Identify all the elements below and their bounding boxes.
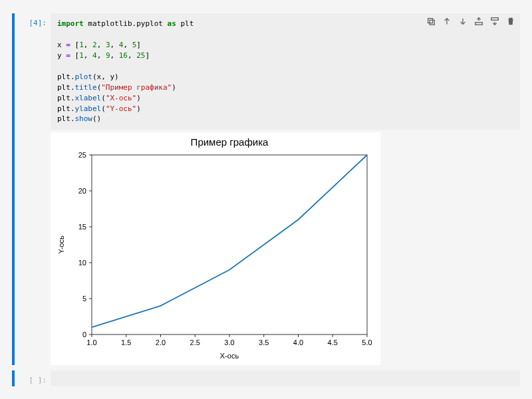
- svg-text:10: 10: [78, 259, 86, 267]
- move-down-icon[interactable]: [458, 16, 468, 27]
- output-area: 1.01.52.02.53.03.54.04.55.00510152025X-о…: [19, 132, 520, 365]
- svg-text:2.0: 2.0: [156, 338, 166, 346]
- svg-text:2.5: 2.5: [190, 338, 200, 346]
- code-cell-empty: [ ]:: [12, 370, 520, 386]
- svg-text:4.5: 4.5: [328, 338, 338, 346]
- svg-text:0: 0: [82, 331, 86, 338]
- svg-text:25: 25: [78, 151, 86, 159]
- cell-content: [ ]:: [19, 370, 520, 386]
- svg-text:X-ось: X-ось: [220, 352, 239, 360]
- svg-text:Пример графика: Пример графика: [191, 136, 269, 148]
- input-wrap: [ ]:: [19, 370, 520, 386]
- svg-text:4.0: 4.0: [293, 338, 303, 346]
- execution-prompt: [ ]:: [19, 370, 51, 386]
- svg-text:Y-ось: Y-ось: [57, 235, 65, 254]
- delete-icon[interactable]: [505, 16, 516, 27]
- svg-rect-1: [430, 20, 434, 25]
- chart-output: 1.01.52.02.53.03.54.04.55.00510152025X-о…: [51, 132, 380, 365]
- output-prompt: [19, 132, 51, 365]
- svg-text:3.0: 3.0: [224, 338, 234, 346]
- svg-text:1.5: 1.5: [121, 338, 131, 346]
- cell-run-indicator: [12, 13, 15, 365]
- svg-text:1.0: 1.0: [86, 338, 96, 346]
- svg-text:20: 20: [78, 187, 86, 195]
- insert-below-icon[interactable]: [489, 16, 500, 27]
- svg-text:3.5: 3.5: [259, 338, 269, 346]
- move-up-icon[interactable]: [442, 16, 452, 27]
- svg-text:5.0: 5.0: [362, 338, 372, 346]
- svg-rect-4: [92, 155, 367, 334]
- code-editor[interactable]: import matplotlib.pyplot as plt x = [1, …: [51, 13, 520, 130]
- code-editor[interactable]: [51, 370, 520, 386]
- svg-rect-0: [428, 19, 433, 23]
- cell-run-indicator: [12, 370, 15, 386]
- svg-rect-2: [475, 23, 483, 25]
- svg-rect-3: [491, 18, 499, 21]
- svg-text:5: 5: [82, 295, 86, 303]
- duplicate-icon[interactable]: [426, 16, 436, 27]
- code-cell: [4]: import matplotlib.pyplot as plt x =…: [12, 13, 520, 365]
- execution-prompt: [4]:: [19, 13, 51, 130]
- insert-above-icon[interactable]: [473, 16, 484, 27]
- input-wrap: [4]: import matplotlib.pyplot as plt x =…: [19, 13, 520, 130]
- svg-text:15: 15: [78, 223, 86, 231]
- cell-toolbar: [426, 16, 516, 27]
- line-chart: 1.01.52.02.53.03.54.04.55.00510152025X-о…: [51, 132, 380, 365]
- cell-content: [4]: import matplotlib.pyplot as plt x =…: [19, 13, 520, 365]
